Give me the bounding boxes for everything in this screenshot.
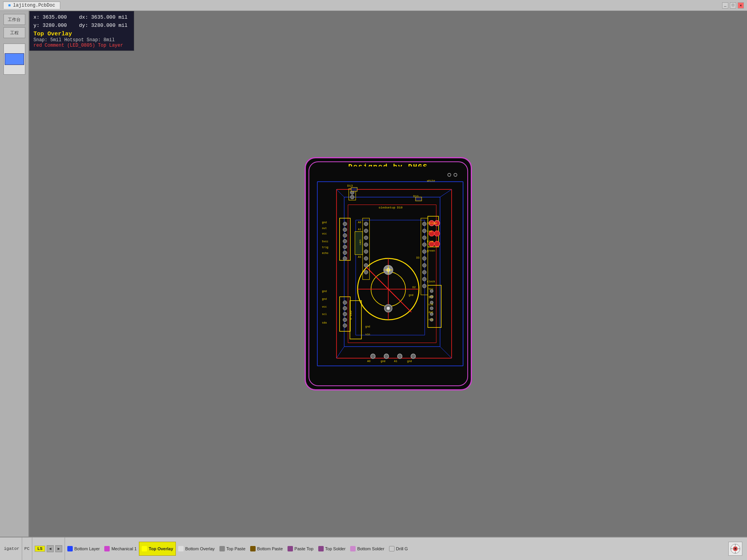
bottom-overlay-color [178,546,184,551]
layer-bottom-layer[interactable]: Bottom Layer [65,542,102,556]
layer-top-paste[interactable]: Top Paste [217,542,248,556]
svg-point-95 [397,354,402,359]
svg-point-85 [422,277,426,281]
svg-point-83 [422,263,426,267]
top-paste-label: Top Paste [226,546,245,551]
project-label: 工程 [10,30,19,36]
svg-point-38 [343,222,347,226]
svg-text:scl: scl [322,313,326,316]
svg-text:vcc: vcc [322,305,326,308]
svg-text:green: green [427,249,435,252]
tab-label: lajitong.PcbDoc [13,3,55,8]
svg-text:trig: trig [322,246,328,249]
ls-badge: LS [35,546,45,552]
bottom-paste-label: Bottom Paste [257,546,283,551]
svg-text:yellow: yellow [427,222,437,225]
pcb-board[interactable]: Designed by DHGS [305,157,472,390]
close-button[interactable]: ✕ [738,2,744,9]
panel-block [4,44,25,75]
navigator-label: igator [4,546,19,551]
svg-text:blue: blue [427,240,433,243]
drill-g-label: Drill G [396,546,408,551]
paste-top-label: Paste Top [295,546,314,551]
svg-text:vin: vin [365,333,370,336]
comment-info: red Comment (LED_0805) Top Layer [33,43,130,48]
svg-text:D13: D13 [347,184,352,187]
tab-icon: ■ [8,3,11,8]
svg-point-49 [343,318,347,322]
svg-text:vcc: vcc [322,232,326,235]
nav-right-arrow[interactable]: ▶ [55,545,62,552]
svg-text:D2: D2 [412,286,416,289]
paste-top-color [288,546,293,551]
svg-point-94 [384,354,389,359]
svg-point-82 [422,257,426,261]
pcb-schematic: U LED [306,158,471,389]
svg-text:U LED: U LED [349,310,352,320]
top-overlay-color [142,546,147,551]
svg-text:red: red [427,230,431,233]
svg-point-44 [343,257,347,261]
x-label: x: [33,14,40,20]
svg-point-40 [343,233,347,237]
svg-text:sda: sda [322,321,326,324]
layer-top-solder[interactable]: Top Solder [316,542,348,556]
svg-text:clk: clk [428,303,433,306]
layer-paste-top[interactable]: Paste Top [285,542,316,556]
svg-text:D11: D11 [413,194,419,198]
bottom-solder-color [350,546,356,551]
nav-left-arrow[interactable]: ◀ [47,545,54,552]
pc-label: PC [25,546,30,551]
svg-point-46 [343,301,347,304]
svg-point-78 [422,229,426,233]
pc-section: PC [22,537,32,560]
svg-point-41 [343,239,347,243]
svg-text:gnd: gnd [407,360,412,363]
workspace-button[interactable]: 工作台 [4,14,25,25]
layer-bottom-solder[interactable]: Bottom Solder [348,542,387,556]
svg-point-36 [387,307,390,310]
svg-point-43 [343,251,347,255]
svg-text:A1: A1 [394,360,397,363]
pcb-canvas[interactable]: Designed by DHGS [29,11,747,537]
document-tab[interactable]: ■ lajitong.PcbDoc [3,2,60,9]
top-paste-color [219,546,225,551]
drill-guide-area [728,542,745,556]
layer-bottom-overlay[interactable]: Bottom Overlay [176,542,217,556]
minimize-button[interactable]: _ [722,2,728,9]
top-solder-color [318,546,324,551]
layer-mechanical[interactable]: Mechanical 1 [102,542,139,556]
svg-point-69 [364,229,368,233]
bottom-bar: igator PC LS ◀ ▶ Bottom Layer Mechanical… [0,537,747,560]
y-value: 3280.000 [42,23,67,28]
svg-text:rst: rst [428,318,433,321]
svg-text:oledsetup D10: oledsetup D10 [379,206,403,209]
layer-bottom-paste[interactable]: Bottom Paste [248,542,285,556]
svg-text:gnd: gnd [409,294,413,297]
svg-text:out: out [322,227,326,230]
svg-text:D3: D3 [416,256,419,259]
svg-text:A5: A5 [358,256,361,259]
maximize-button[interactable]: □ [730,2,736,9]
layer-top-overlay[interactable]: Top Overlay [139,542,176,556]
svg-point-72 [364,250,368,254]
dx-label: dx: [79,14,88,20]
svg-text:LHES: LHES [359,239,361,245]
layer-name: Top Overlay [33,31,130,37]
svg-point-89 [350,195,354,199]
layer-drill-g[interactable]: Drill G [387,542,410,556]
svg-text:gnd: gnd [322,290,326,293]
ls-section: LS ◀ ▶ [32,537,65,560]
svg-text:A1: A1 [358,228,361,231]
drill-guide-icon [728,542,742,556]
project-button[interactable]: 工程 [4,27,25,38]
bottom-layer-color [67,546,73,551]
bottom-solder-label: Bottom Solder [357,546,384,551]
y-coord-line: y: 3280.000 dy: 3280.000 mil [33,22,130,30]
x-coord-line: x: 3635.000 dx: 3635.000 mil [33,14,130,22]
svg-point-50 [343,324,347,327]
title-bar: ■ lajitong.PcbDoc _ □ ✕ [0,0,747,11]
svg-point-39 [343,228,347,232]
svg-point-77 [422,222,426,226]
svg-point-96 [411,354,416,359]
